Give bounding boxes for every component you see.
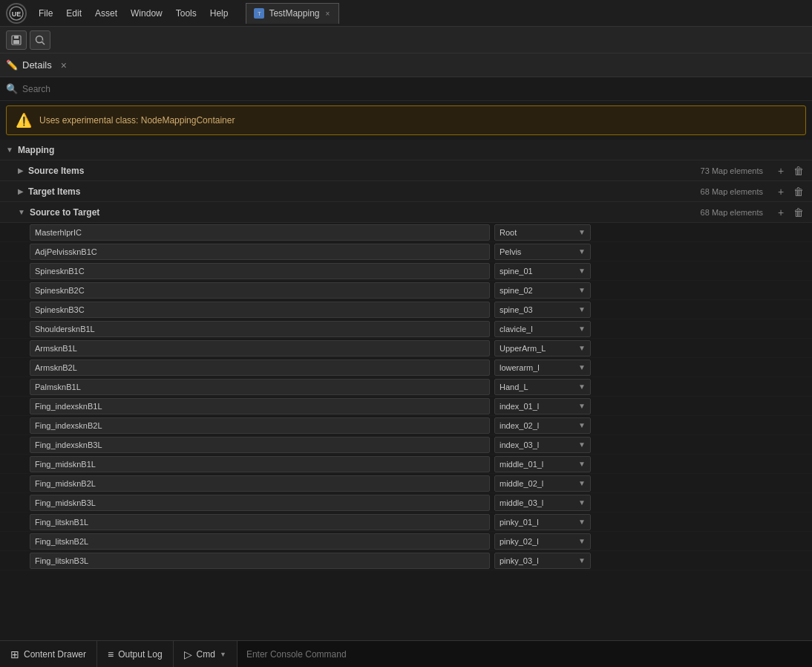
mapping-target-field[interactable]: pinky_03_l ▼ [494, 553, 591, 569]
tab-label: TestMapping [269, 8, 319, 19]
table-row: Fing_litsknB2L pinky_02_l ▼ [0, 532, 812, 551]
save-button[interactable] [6, 30, 27, 50]
target-items-add-button[interactable]: + [773, 184, 788, 199]
menu-bar: File Edit Asset Window Tools Help [33, 5, 234, 22]
search-button[interactable] [30, 30, 50, 50]
target-dropdown-arrow[interactable]: ▼ [578, 402, 586, 410]
status-bar: ⊞ Content Drawer ≡ Output Log ▷ Cmd ▼ [0, 640, 812, 667]
mapping-source-field[interactable]: Fing_indexsknB1L [30, 398, 490, 414]
svg-line-6 [42, 42, 45, 45]
target-dropdown-arrow[interactable]: ▼ [578, 325, 586, 333]
target-items-section-header[interactable]: ▶ Target Items 68 Map elements + 🗑 [0, 181, 812, 202]
target-dropdown-arrow[interactable]: ▼ [578, 228, 586, 236]
target-dropdown-arrow[interactable]: ▼ [578, 305, 586, 313]
target-items-delete-button[interactable]: 🗑 [791, 184, 806, 199]
target-dropdown-arrow[interactable]: ▼ [578, 267, 586, 275]
mapping-target-field[interactable]: Pelvis ▼ [494, 244, 591, 260]
source-items-delete-button[interactable]: 🗑 [791, 163, 806, 178]
target-dropdown-arrow[interactable]: ▼ [578, 479, 586, 487]
mapping-target-field[interactable]: pinky_01_l ▼ [494, 514, 591, 530]
mapping-source-field[interactable]: Fing_indexsknB2L [30, 417, 490, 434]
target-dropdown-arrow[interactable]: ▼ [578, 440, 586, 449]
target-dropdown-arrow[interactable]: ▼ [578, 383, 586, 391]
mapping-source-field[interactable]: Fing_litsknB2L [30, 533, 490, 550]
tab-testmapping[interactable]: T TestMapping × [246, 3, 339, 24]
output-log-button[interactable]: ≡ Output Log [97, 641, 174, 667]
table-row: Fing_litsknB3L pinky_03_l ▼ [0, 551, 812, 570]
mapping-source-field[interactable]: Fing_indexsknB3L [30, 437, 490, 453]
search-input[interactable] [22, 84, 806, 94]
mapping-source-field[interactable]: Fing_midsknB1L [30, 456, 490, 472]
mapping-source-field[interactable]: ArmsknB2L [30, 359, 490, 376]
mapping-target-field[interactable]: Root ▼ [494, 224, 591, 241]
mapping-source-field[interactable]: ArmsknB1L [30, 340, 490, 357]
source-to-target-add-button[interactable]: + [773, 205, 788, 220]
source-items-add-button[interactable]: + [773, 163, 788, 178]
menu-edit[interactable]: Edit [60, 5, 88, 22]
search-bar: 🔍 [0, 77, 812, 101]
table-row: Fing_midsknB2L middle_02_l ▼ [0, 474, 812, 493]
source-to-target-delete-button[interactable]: 🗑 [791, 205, 806, 220]
mapping-source-field[interactable]: SpinesknB2C [30, 282, 490, 299]
mapping-target-field[interactable]: spine_01 ▼ [494, 263, 591, 279]
mapping-source-field[interactable]: SpinesknB3C [30, 302, 490, 318]
mapping-target-field[interactable]: spine_02 ▼ [494, 282, 591, 299]
target-dropdown-arrow[interactable]: ▼ [578, 498, 586, 507]
mapping-target-field[interactable]: middle_03_l ▼ [494, 495, 591, 511]
target-dropdown-arrow[interactable]: ▼ [578, 537, 586, 545]
svg-rect-3 [14, 36, 19, 39]
mapping-target-field[interactable]: spine_03 ▼ [494, 302, 591, 318]
console-input[interactable] [238, 641, 812, 667]
ue-logo-icon: UE [6, 3, 27, 24]
mapping-target-field[interactable]: middle_01_l ▼ [494, 456, 591, 472]
menu-file[interactable]: File [33, 5, 59, 22]
target-dropdown-arrow[interactable]: ▼ [578, 421, 586, 429]
target-dropdown-arrow[interactable]: ▼ [578, 556, 586, 564]
mapping-source-field[interactable]: Fing_litsknB3L [30, 553, 490, 569]
table-row: SpinesknB3C spine_03 ▼ [0, 300, 812, 319]
content-drawer-button[interactable]: ⊞ Content Drawer [0, 641, 97, 667]
cmd-button[interactable]: ▷ Cmd ▼ [174, 641, 238, 667]
source-to-target-count: 68 Map elements [701, 208, 763, 217]
mapping-section-header[interactable]: ▼ Mapping [0, 140, 812, 160]
warning-banner: ⚠️ Uses experimental class: NodeMappingC… [6, 105, 806, 135]
mapping-target-field[interactable]: pinky_02_l ▼ [494, 533, 591, 550]
mapping-source-field[interactable]: PalmsknB1L [30, 379, 490, 395]
table-row: Fing_indexsknB3L index_03_l ▼ [0, 435, 812, 455]
svg-text:UE: UE [12, 10, 22, 18]
menu-window[interactable]: Window [125, 5, 168, 22]
mapping-target-field[interactable]: clavicle_l ▼ [494, 321, 591, 337]
target-dropdown-arrow[interactable]: ▼ [578, 363, 586, 371]
mapping-source-field[interactable]: ShouldersknB1L [30, 321, 490, 337]
source-items-count: 73 Map elements [701, 166, 763, 175]
mapping-source-field[interactable]: MasterhlprIC [30, 224, 490, 241]
source-items-title: Source Items [28, 166, 84, 176]
mapping-target-field[interactable]: middle_02_l ▼ [494, 475, 591, 492]
mapping-target-field[interactable]: UpperArm_L ▼ [494, 340, 591, 357]
menu-asset[interactable]: Asset [89, 5, 123, 22]
mapping-source-field[interactable]: Fing_midsknB3L [30, 495, 490, 511]
target-dropdown-arrow[interactable]: ▼ [578, 460, 586, 468]
mapping-target-field[interactable]: Hand_L ▼ [494, 379, 591, 395]
source-items-section-header[interactable]: ▶ Source Items 73 Map elements + 🗑 [0, 160, 812, 181]
tab-icon: T [254, 8, 264, 19]
mapping-target-field[interactable]: index_01_l ▼ [494, 398, 591, 414]
target-items-count: 68 Map elements [701, 187, 763, 196]
mapping-target-field[interactable]: index_02_l ▼ [494, 417, 591, 434]
mapping-target-field[interactable]: lowerarm_l ▼ [494, 359, 591, 376]
target-dropdown-arrow[interactable]: ▼ [578, 344, 586, 352]
source-to-target-section-header[interactable]: ▼ Source to Target 68 Map elements + 🗑 [0, 202, 812, 223]
menu-tools[interactable]: Tools [170, 5, 203, 22]
target-dropdown-arrow[interactable]: ▼ [578, 247, 586, 256]
cmd-label: Cmd [197, 649, 215, 660]
mapping-source-field[interactable]: Fing_midsknB2L [30, 475, 490, 492]
mapping-source-field[interactable]: Fing_litsknB1L [30, 514, 490, 530]
details-close-button[interactable]: × [61, 59, 67, 71]
mapping-source-field[interactable]: AdjPelvissknB1C [30, 244, 490, 260]
target-dropdown-arrow[interactable]: ▼ [578, 286, 586, 294]
target-dropdown-arrow[interactable]: ▼ [578, 518, 586, 526]
menu-help[interactable]: Help [204, 5, 235, 22]
tab-close-button[interactable]: × [324, 10, 331, 18]
mapping-target-field[interactable]: index_03_l ▼ [494, 437, 591, 453]
mapping-source-field[interactable]: SpinesknB1C [30, 263, 490, 279]
